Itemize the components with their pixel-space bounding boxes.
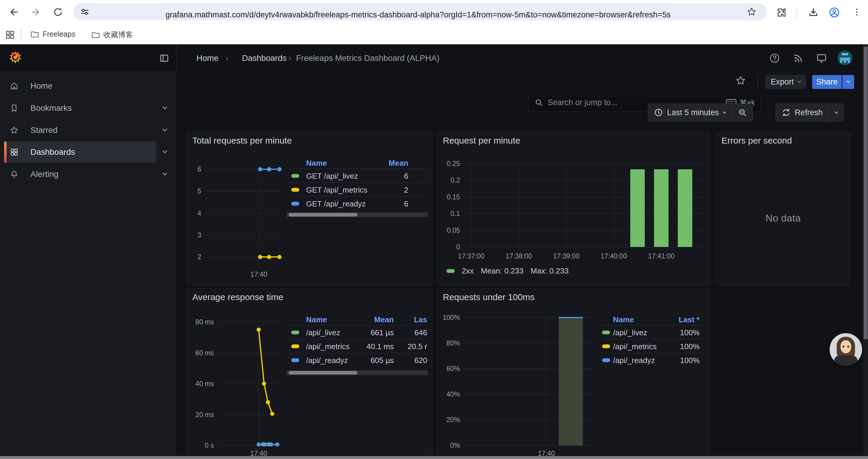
reload-icon[interactable] — [53, 7, 63, 17]
browser-toolbar — [0, 0, 868, 25]
svg-text:20%: 20% — [446, 416, 460, 424]
chevron-down-icon — [846, 79, 850, 83]
legend-row[interactable]: GET /api/_livez 6 — [286, 169, 428, 183]
col-mean[interactable]: Mean — [374, 315, 394, 324]
svg-text:3: 3 — [197, 231, 201, 239]
url-input[interactable] — [165, 10, 809, 20]
legend-header: Name Last * — [599, 313, 706, 325]
legend-table: Name Mean GET /api/_livez 6 GET /api/_me… — [286, 156, 428, 210]
svg-text:0.15: 0.15 — [447, 193, 460, 201]
download-icon[interactable] — [808, 7, 818, 18]
bookmark-label: 收藏博客 — [103, 30, 133, 40]
omnibox[interactable] — [73, 3, 767, 21]
chevron-down-icon[interactable] — [162, 104, 167, 109]
svg-text:17:38:00: 17:38:00 — [505, 252, 532, 260]
legend-scrollbar[interactable] — [286, 370, 428, 375]
col-last[interactable]: Las — [414, 315, 427, 324]
folder-icon — [31, 31, 39, 38]
assistant-avatar[interactable] — [830, 333, 862, 366]
zoom-out-button[interactable] — [732, 104, 753, 121]
page-scrollbar-thumb[interactable] — [864, 47, 868, 339]
legend-row[interactable]: /api/_metrics 40.1 ms 20.5 r — [286, 339, 428, 353]
time-range-picker[interactable]: Last 5 minutes — [648, 104, 732, 121]
col-last[interactable]: Last * — [679, 315, 700, 324]
extensions-icon[interactable] — [776, 7, 786, 18]
back-icon[interactable] — [9, 7, 19, 17]
profile-icon[interactable] — [829, 7, 840, 18]
favorite-star-icon[interactable] — [736, 76, 746, 86]
legend-row[interactable]: GET /api/_readyz 6 — [286, 196, 428, 210]
svg-text:0.1: 0.1 — [451, 210, 460, 218]
avatar-body — [834, 356, 857, 366]
page: Freeleaps 收藏博客 Grafana Home › Dashboards… — [0, 0, 868, 459]
rss-icon[interactable] — [793, 53, 804, 64]
col-name[interactable]: Name — [306, 315, 327, 324]
legend-header: Name Mean Las — [286, 313, 428, 325]
share-button[interactable]: Share — [812, 75, 842, 89]
panel-request-per-minute: Request per minute 0.250.20.150.10.05017… — [437, 132, 710, 286]
refresh-interval-dropdown[interactable] — [829, 104, 843, 121]
toolbar-separator — [797, 6, 797, 18]
svg-text:6: 6 — [197, 165, 201, 173]
chevron-down-icon[interactable] — [162, 149, 167, 154]
breadcrumb-dashboards[interactable]: Dashboards — [242, 54, 286, 63]
bookmark-folder-freeleaps[interactable]: Freeleaps — [31, 30, 75, 38]
panel-title[interactable]: Errors per second — [721, 136, 792, 145]
series-color-pill — [291, 188, 299, 192]
avatar-face — [840, 340, 851, 353]
svg-text:0 s: 0 s — [205, 441, 214, 449]
sidebar-item-starred[interactable]: Starred — [0, 120, 176, 141]
apps-grid-icon[interactable] — [5, 30, 16, 40]
col-name[interactable]: Name — [306, 159, 327, 168]
dashboard-header — [176, 72, 868, 96]
sidebar: Home Bookmarks Starred Dashboards — [0, 72, 176, 459]
legend-row[interactable]: /api/_metrics 100% — [599, 339, 706, 353]
col-mean[interactable]: Mean — [389, 159, 408, 168]
legend-row[interactable]: /api/_readyz 100% — [599, 353, 706, 367]
sidebar-item-dashboards[interactable]: Dashboards — [0, 141, 176, 163]
share-dropdown-button[interactable] — [842, 75, 854, 89]
user-avatar[interactable] — [838, 51, 852, 65]
series-color-pill — [291, 345, 299, 348]
svg-text:20 ms: 20 ms — [195, 411, 214, 419]
chevron-down-icon — [834, 110, 838, 114]
legend-row[interactable]: /api/_readyz 605 µs 620 — [286, 353, 428, 367]
selected-highlight — [4, 141, 156, 163]
chevron-down-icon[interactable] — [162, 127, 167, 132]
sidebar-item-alerting[interactable]: Alerting — [0, 164, 176, 185]
svg-text:0%: 0% — [450, 441, 460, 449]
help-icon[interactable] — [769, 53, 780, 64]
panel-avg-response-time: Average response time 80 ms60 ms40 ms20 … — [187, 288, 433, 459]
series-color-pill — [602, 358, 610, 362]
forward-icon[interactable] — [31, 7, 41, 17]
breadcrumb-separator: › — [288, 54, 291, 63]
svg-text:2: 2 — [197, 253, 201, 261]
browser-menu-icon[interactable] — [852, 7, 862, 17]
legend-row[interactable]: /api/_livez 100% — [599, 325, 706, 339]
series-color-pill — [291, 174, 299, 178]
svg-text:0.2: 0.2 — [451, 176, 460, 184]
refresh-button[interactable]: Refresh — [776, 104, 829, 121]
kiosk-monitor-icon[interactable] — [816, 53, 827, 64]
bookmark-star-icon[interactable] — [747, 7, 756, 17]
series-name: 2xx — [462, 266, 473, 275]
bookmark-label: Freeleaps — [42, 30, 75, 38]
export-button[interactable]: Export — [766, 75, 806, 89]
dock-menu-icon[interactable] — [159, 54, 169, 63]
svg-text:17:41:00: 17:41:00 — [648, 252, 675, 260]
site-settings-icon[interactable] — [80, 7, 89, 16]
legend-table: Name Last * /api/_livez 100% /api/_metri… — [599, 313, 706, 367]
chevron-down-icon[interactable] — [162, 171, 167, 176]
legend-inline[interactable]: 2xx Mean: 0.233 Max: 0.233 — [446, 266, 569, 275]
legend-scrollbar[interactable] — [286, 212, 428, 217]
breadcrumb-home[interactable]: Home — [196, 54, 219, 63]
bookmark-folder-blogs[interactable]: 收藏博客 — [92, 30, 133, 40]
panel-under-100ms: Requests under 100ms 100%80%60%40%20%0%1… — [437, 288, 710, 459]
sidebar-item-bookmarks[interactable]: Bookmarks — [0, 97, 176, 119]
col-name[interactable]: Name — [613, 315, 634, 324]
grafana-logo[interactable] — [9, 50, 22, 64]
legend-row[interactable]: /api/_livez 661 µs 646 — [286, 325, 428, 339]
horizontal-scrollbar[interactable] — [0, 456, 868, 459]
sidebar-item-home[interactable]: Home — [0, 75, 176, 97]
legend-row[interactable]: GET /api/_metrics 2 — [286, 183, 428, 196]
